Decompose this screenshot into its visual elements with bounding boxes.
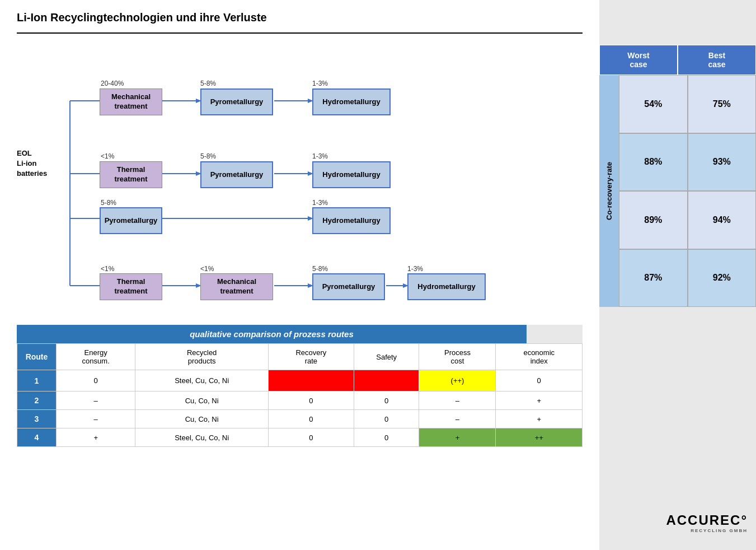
economic-3: + bbox=[496, 410, 583, 428]
process-2: – bbox=[419, 391, 496, 410]
col-recycled: Recycledproducts bbox=[135, 344, 268, 370]
economic-1: 0 bbox=[496, 370, 583, 391]
safety-4: 0 bbox=[354, 428, 419, 447]
recovery-4: 0 bbox=[268, 428, 354, 447]
safety-3: 0 bbox=[354, 410, 419, 428]
box-r4-mech: Mechanicaltreatment bbox=[200, 273, 273, 300]
best-1: 75% bbox=[688, 75, 757, 133]
table-title: qualitative comparison of prozess routes bbox=[17, 325, 527, 343]
pct-r2-hydro: 1-3% bbox=[312, 152, 328, 160]
table-row: 1 0 Steel, Cu, Co, Ni —— —— (++) 0 bbox=[17, 370, 583, 391]
route-3: 3 bbox=[17, 410, 57, 428]
table-row: 3 – Cu, Co, Ni 0 0 – + bbox=[17, 410, 583, 428]
table-row: 4 + Steel, Cu, Co, Ni 0 0 + ++ bbox=[17, 428, 583, 447]
energy-4: + bbox=[57, 428, 135, 447]
pct-r3-pyro: 5-8% bbox=[101, 199, 116, 207]
pct-r4-pyro: 5-8% bbox=[312, 265, 328, 273]
best-case-header: Best case bbox=[678, 45, 756, 75]
recycled-1: Steel, Cu, Co, Ni bbox=[135, 370, 268, 391]
pct-r2-therm: <1% bbox=[101, 152, 114, 160]
recycled-4: Steel, Cu, Co, Ni bbox=[135, 428, 268, 447]
worst-2: 88% bbox=[619, 133, 688, 192]
divider bbox=[17, 32, 583, 34]
pct-r4-therm: <1% bbox=[101, 265, 114, 273]
energy-2: – bbox=[57, 391, 135, 410]
table-row: 2 – Cu, Co, Ni 0 0 – + bbox=[17, 391, 583, 410]
box-r2-pyro: Pyrometallurgy bbox=[200, 161, 273, 188]
safety-1: —— bbox=[354, 370, 419, 391]
energy-1: 0 bbox=[57, 370, 135, 391]
worst-3: 89% bbox=[619, 191, 688, 249]
pct-r1-pyro: 5-8% bbox=[200, 80, 216, 87]
co-recovery-label: Co-recovery-rate bbox=[599, 75, 619, 307]
best-2: 93% bbox=[688, 133, 757, 192]
best-4: 92% bbox=[688, 249, 757, 307]
box-r4-hydro: Hydrometallurgy bbox=[407, 273, 486, 300]
economic-2: + bbox=[496, 391, 583, 410]
best-case-col: 75% 93% 94% 92% bbox=[688, 75, 757, 307]
recovery-2: 0 bbox=[268, 391, 354, 410]
process-4: + bbox=[419, 428, 496, 447]
pct-r3-hydro: 1-3% bbox=[312, 199, 328, 207]
flow-diagram: EOL Li-ion batteries 20-40% Mechanicaltr… bbox=[17, 45, 554, 314]
pct-r2-pyro: 5-8% bbox=[200, 152, 216, 160]
page-title: Li-Ion Recyclingtechnologien und ihre Ve… bbox=[17, 11, 583, 24]
comparison-table: Route Energyconsum. Recycledproducts Rec… bbox=[17, 343, 583, 447]
box-r3-hydro: Hydrometallurgy bbox=[312, 207, 391, 234]
box-r1-mech: Mechanicaltreatment bbox=[100, 88, 162, 115]
accurec-subtitle: RECYCLING GMBH bbox=[608, 528, 748, 533]
box-r2-therm: Thermaltreatment bbox=[100, 161, 162, 188]
pct-r1-hydro: 1-3% bbox=[312, 80, 328, 87]
process-3: – bbox=[419, 410, 496, 428]
energy-3: – bbox=[57, 410, 135, 428]
recovery-3: 0 bbox=[268, 410, 354, 428]
route-4: 4 bbox=[17, 428, 57, 447]
route-2: 2 bbox=[17, 391, 57, 410]
col-process: Processcost bbox=[419, 344, 496, 370]
col-recovery: Recoveryrate bbox=[268, 344, 354, 370]
worst-case-header: Worst case bbox=[599, 45, 678, 75]
box-r4-therm: Thermaltreatment bbox=[100, 273, 162, 300]
worst-1: 54% bbox=[619, 75, 688, 133]
col-safety: Safety bbox=[354, 344, 419, 370]
accurec-logo: ACCUREC° RECYCLING GMBH bbox=[599, 507, 756, 539]
eol-label: EOL Li-ion batteries bbox=[17, 148, 47, 179]
recycled-3: Cu, Co, Ni bbox=[135, 410, 268, 428]
col-energy: Energyconsum. bbox=[57, 344, 135, 370]
col-route: Route bbox=[17, 344, 57, 370]
box-r1-hydro: Hydrometallurgy bbox=[312, 88, 391, 115]
economic-4: ++ bbox=[496, 428, 583, 447]
box-r4-pyro: Pyrometallurgy bbox=[312, 273, 385, 300]
best-3: 94% bbox=[688, 191, 757, 249]
bottom-section: qualitative comparison of prozess routes… bbox=[17, 325, 583, 447]
process-1: (++) bbox=[419, 370, 496, 391]
box-r1-pyro: Pyrometallurgy bbox=[200, 88, 273, 115]
pct-r4-hydro: 1-3% bbox=[407, 265, 423, 273]
col-economic: economicindex bbox=[496, 344, 583, 370]
route-1: 1 bbox=[17, 370, 57, 391]
recovery-1: —— bbox=[268, 370, 354, 391]
box-r2-hydro: Hydrometallurgy bbox=[312, 161, 391, 188]
recycled-2: Cu, Co, Ni bbox=[135, 391, 268, 410]
pct-r4-mech: <1% bbox=[200, 265, 214, 273]
box-r3-pyro: Pyrometallurgy bbox=[100, 207, 162, 234]
right-panel: Worst case Best case Co-recovery-rate 54… bbox=[599, 0, 756, 550]
worst-case-col: 54% 88% 89% 87% bbox=[619, 75, 688, 307]
worst-4: 87% bbox=[619, 249, 688, 307]
pct-r1-mech: 20-40% bbox=[101, 80, 124, 87]
safety-2: 0 bbox=[354, 391, 419, 410]
